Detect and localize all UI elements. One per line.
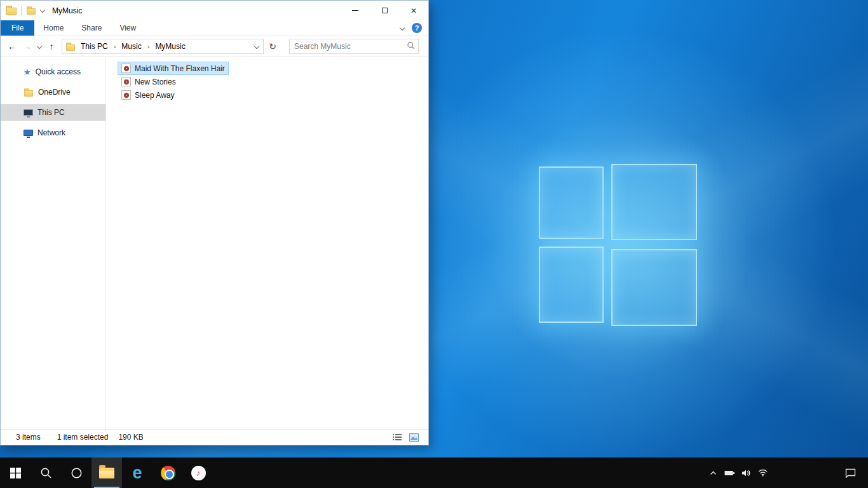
breadcrumb-this-pc[interactable]: This PC: [79, 42, 109, 51]
breadcrumb-music[interactable]: Music: [120, 42, 142, 51]
system-tray: [705, 458, 770, 488]
music-note-icon: ♪: [196, 468, 201, 477]
sidebar-item-quick-access[interactable]: ★ Quick access: [1, 64, 105, 80]
refresh-button[interactable]: ↻: [265, 39, 280, 54]
windows-logo-pane: [611, 164, 697, 240]
file-name: Sleep Away: [135, 91, 175, 100]
view-switcher: [391, 432, 423, 442]
chrome-icon: [161, 466, 175, 480]
action-center-button[interactable]: [836, 458, 864, 488]
back-button[interactable]: ←: [4, 39, 20, 54]
title-bar[interactable]: MyMusic ✕: [1, 1, 428, 20]
network-icon: [24, 130, 33, 136]
sidebar-item-label: OneDrive: [38, 88, 71, 97]
music-file-icon: [121, 77, 131, 86]
tray-volume-button[interactable]: [738, 458, 754, 488]
caption-buttons: ✕: [341, 1, 428, 20]
search-icon[interactable]: [407, 41, 416, 52]
address-bar-row: ← → ↑ This PC › Music › MyMusic ↻: [1, 36, 428, 57]
windows-logo-pane: [539, 166, 604, 239]
maximize-icon: [382, 8, 388, 13]
cortana-icon: [71, 467, 83, 479]
taskbar-chrome-button[interactable]: [153, 458, 183, 488]
windows-start-icon: [10, 468, 21, 478]
maximize-button[interactable]: [370, 1, 399, 20]
windows-logo-pane: [539, 247, 604, 323]
forward-button[interactable]: →: [20, 39, 35, 54]
edge-icon: e: [132, 464, 142, 482]
file-item[interactable]: Sleep Away: [118, 88, 179, 102]
tab-file[interactable]: File: [1, 20, 34, 36]
tab-view[interactable]: View: [111, 20, 145, 36]
selection-size: 190 KB: [118, 433, 143, 442]
address-folder-icon: [66, 44, 75, 50]
start-button[interactable]: [0, 458, 31, 488]
file-explorer-window: MyMusic ✕ File Home Share View ? ← → ↑: [0, 0, 429, 445]
search-box: [289, 39, 419, 54]
minimize-button[interactable]: [341, 1, 370, 20]
qat-separator: [21, 6, 22, 15]
file-item[interactable]: New Stories: [118, 75, 180, 88]
sidebar-item-onedrive[interactable]: OneDrive: [1, 84, 105, 100]
sidebar-item-network[interactable]: Network: [1, 125, 105, 141]
address-dropdown-button[interactable]: [250, 44, 263, 48]
address-bar[interactable]: This PC › Music › MyMusic: [62, 39, 264, 54]
cortana-button[interactable]: [61, 458, 92, 488]
expand-ribbon-chevron-icon[interactable]: [400, 25, 405, 30]
wifi-icon: [758, 469, 768, 477]
sidebar-item-label: Network: [37, 128, 65, 137]
tab-home[interactable]: Home: [34, 20, 72, 36]
close-button[interactable]: ✕: [399, 1, 428, 20]
tab-share[interactable]: Share: [72, 20, 111, 36]
status-bar: 3 items 1 item selected 190 KB: [1, 429, 428, 445]
large-icons-view-button[interactable]: [408, 432, 419, 442]
search-input[interactable]: [289, 39, 419, 54]
qat-folder-icon[interactable]: [27, 8, 36, 15]
action-center-icon: [845, 468, 856, 478]
file-item-selected[interactable]: Maid With The Flaxen Hair: [118, 62, 229, 75]
music-file-icon: [121, 64, 131, 73]
sidebar-item-label: This PC: [37, 108, 65, 117]
taskbar-search-button[interactable]: [31, 458, 61, 488]
up-button[interactable]: ↑: [44, 39, 59, 54]
window-body: ★ Quick access OneDrive This PC Network: [1, 57, 428, 429]
sidebar-item-this-pc[interactable]: This PC: [1, 104, 105, 121]
recent-locations-button[interactable]: [35, 44, 44, 48]
chevron-down-icon: [254, 44, 259, 49]
help-icon[interactable]: ?: [412, 23, 422, 33]
this-pc-icon: [24, 109, 33, 116]
taskbar-itunes-button[interactable]: ♪: [183, 458, 214, 488]
chevron-down-icon: [37, 44, 42, 49]
breadcrumb-separator: ›: [109, 43, 121, 50]
explorer-window-icon: [6, 8, 17, 15]
tray-battery-button[interactable]: [722, 458, 737, 488]
tray-network-button[interactable]: [755, 458, 770, 488]
chevron-up-icon: [709, 469, 717, 477]
search-icon: [40, 467, 52, 479]
desktop[interactable]: MyMusic ✕ File Home Share View ? ← → ↑: [0, 0, 868, 458]
breadcrumb-mymusic[interactable]: MyMusic: [154, 42, 186, 51]
windows-logo-pane: [611, 249, 697, 326]
qat-customize-chevron-icon[interactable]: [40, 7, 45, 12]
file-list[interactable]: Maid With The Flaxen Hair New Stories Sl…: [106, 57, 428, 429]
windows-logo-glow: [486, 111, 753, 378]
quick-access-star-icon: ★: [24, 68, 31, 76]
ribbon-tab-row: File Home Share View ?: [1, 20, 428, 36]
selection-count: 1 item selected: [57, 433, 109, 442]
breadcrumb-separator: ›: [143, 43, 154, 50]
taskbar: e ♪: [0, 458, 868, 488]
close-icon: ✕: [410, 6, 417, 15]
file-name: Maid With The Flaxen Hair: [135, 64, 225, 73]
file-name: New Stories: [135, 78, 176, 86]
taskbar-edge-button[interactable]: e: [122, 458, 153, 488]
onedrive-icon: [24, 90, 33, 96]
ribbon-right-controls: ?: [400, 20, 428, 36]
details-view-button[interactable]: [391, 432, 403, 442]
sidebar-item-label: Quick access: [36, 67, 81, 76]
battery-icon: [724, 469, 735, 477]
taskbar-file-explorer-button[interactable]: [92, 458, 122, 488]
quick-access-toolbar: [1, 6, 44, 15]
tray-show-hidden-icons-button[interactable]: [705, 458, 721, 488]
speaker-icon: [742, 469, 751, 477]
window-title: MyMusic: [52, 6, 82, 15]
